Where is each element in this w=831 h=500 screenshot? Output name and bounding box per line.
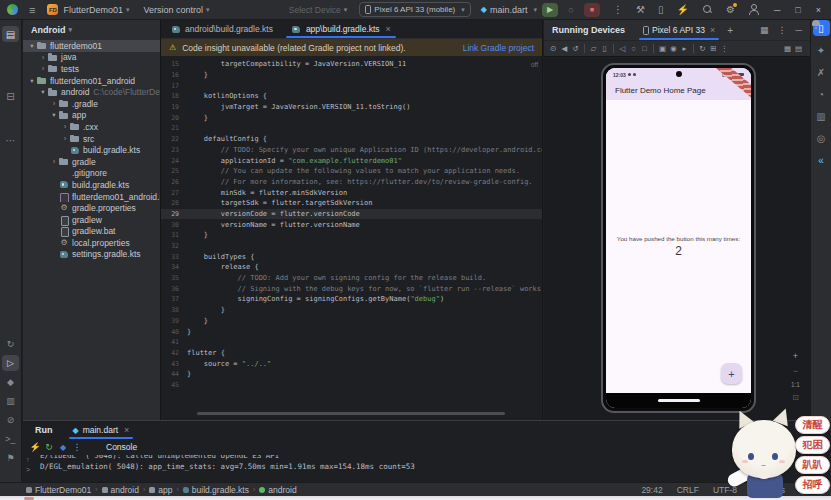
close-icon[interactable]: × xyxy=(816,5,821,15)
code-line[interactable]: 15 targetCompatibility = JavaVersion.VER… xyxy=(161,59,542,70)
chevron-right-icon[interactable]: › xyxy=(61,123,69,130)
code-line[interactable]: 21 xyxy=(161,123,542,134)
pet-action-button[interactable]: 清醒 xyxy=(795,416,830,434)
desktop-pet-mascot[interactable] xyxy=(731,408,805,500)
code-line[interactable]: 19 jvmTarget = JavaVersion.VERSION_11.to… xyxy=(161,102,542,113)
more-options-icon[interactable]: ⋮ xyxy=(778,25,787,35)
code-line[interactable]: 39 } xyxy=(161,316,542,327)
status-widget[interactable]: 29:42 xyxy=(641,485,662,495)
screenshot-icon[interactable]: ▣ xyxy=(657,44,668,53)
overview-icon[interactable]: □ xyxy=(639,44,650,53)
editor-tab[interactable]: android\build.gradle.kts xyxy=(161,20,282,38)
snapshot-icon[interactable]: ⊞ xyxy=(708,44,719,53)
profiler-bolt-icon[interactable]: ⚡ xyxy=(676,4,688,15)
code-line[interactable]: 26 // For more information, see: https:/… xyxy=(161,177,542,188)
chevron-down-icon[interactable]: ▾ xyxy=(39,88,47,96)
device-manager-icon[interactable]: ▯ xyxy=(658,4,664,15)
commit-icon[interactable]: ⊟ xyxy=(2,88,19,104)
problems-icon[interactable]: ⊘ xyxy=(2,412,19,428)
project-view-selector[interactable]: Android ▾ xyxy=(23,20,160,40)
rotate-left-icon[interactable]: ↺ xyxy=(570,44,581,53)
run-tool-icon[interactable]: ▷ xyxy=(2,355,19,371)
close-icon[interactable]: × xyxy=(124,425,129,435)
project-icon[interactable]: ▤ xyxy=(2,26,19,42)
zoom-ratio-label[interactable]: 1:1 xyxy=(791,381,800,388)
chevron-down-icon[interactable]: ▾ xyxy=(28,42,36,50)
debug-button[interactable]: ○ xyxy=(563,3,579,17)
fab-increment-button[interactable]: + xyxy=(721,363,742,384)
devtools-icon[interactable]: ◆ xyxy=(56,443,70,452)
home-indicator[interactable] xyxy=(658,399,700,402)
breadcrumb-item[interactable]: build.gradle.kts xyxy=(183,485,249,495)
run-more-icon[interactable]: ⋮ xyxy=(70,442,84,452)
horizontal-scrollbar[interactable] xyxy=(197,412,505,415)
tree-item[interactable]: ⚙gradle.properties xyxy=(23,202,160,214)
build-icon[interactable]: ⚒ xyxy=(636,4,645,15)
inspection-widget[interactable]: off xyxy=(531,61,538,68)
terminal-icon[interactable]: >_ xyxy=(2,431,19,447)
code-line[interactable]: 20 } xyxy=(161,112,542,123)
home-icon[interactable]: ○ xyxy=(628,44,639,53)
breadcrumb-item[interactable]: FlutterDemo01 xyxy=(26,485,91,495)
code-line[interactable]: 32 xyxy=(161,241,542,252)
console-output[interactable]: E/libEGL ( 5048): called unimplemented O… xyxy=(23,455,831,482)
device-file-explorer-icon[interactable]: ▤ xyxy=(793,44,804,53)
camera-icon[interactable]: ◉ xyxy=(668,44,679,53)
chevron-right-icon[interactable]: › xyxy=(50,100,58,107)
code-line[interactable]: 36 // Signing with the debug keys for no… xyxy=(161,283,542,294)
code-line[interactable]: 23 // TODO: Specify your own unique Appl… xyxy=(161,145,542,156)
mirror-icon[interactable]: ▦ xyxy=(782,44,793,53)
minimize-icon[interactable]: ─ xyxy=(774,5,780,15)
add-device-tab-button[interactable]: + xyxy=(727,25,733,36)
code-line[interactable]: 29 versionCode = flutter.versionCode xyxy=(161,209,542,220)
tree-item[interactable]: gradlew.bat xyxy=(23,226,160,238)
tree-item[interactable]: ▾androidC:\code\FlutterDemo01\andr xyxy=(23,86,160,98)
code-line[interactable]: 18 kotlinOptions { xyxy=(161,91,542,102)
code-line[interactable]: 24 applicationId = "com.example.flutterd… xyxy=(161,155,542,166)
gemini-icon[interactable]: ✦ xyxy=(813,42,830,58)
breadcrumb-item[interactable]: android xyxy=(102,485,139,495)
vcs-widget[interactable]: Version control xyxy=(143,5,203,15)
tree-item[interactable]: ⚙local.properties xyxy=(23,237,160,249)
device-more-icon[interactable]: ⋮ xyxy=(719,44,730,53)
chevron-right-icon[interactable]: › xyxy=(50,158,58,165)
tree-item[interactable]: ›tests xyxy=(23,63,160,75)
code-line[interactable]: 38 } xyxy=(161,305,542,316)
power-icon[interactable]: ⊙ xyxy=(548,44,559,53)
reset-icon[interactable]: ↻ xyxy=(697,44,708,53)
code-line[interactable]: 40} xyxy=(161,326,542,337)
account-icon[interactable] xyxy=(748,4,759,15)
profiler-icon[interactable]: ◎ xyxy=(813,130,830,146)
close-icon[interactable]: × xyxy=(386,24,391,34)
stop-button[interactable]: ■ xyxy=(584,3,600,17)
tree-item[interactable]: ›java xyxy=(23,52,160,64)
editor-tab[interactable]: app\build.gradle.kts× xyxy=(282,20,400,38)
main-menu-icon[interactable]: ≡ xyxy=(29,4,35,16)
code-line[interactable]: 43 source = "../.." xyxy=(161,358,542,369)
app-insights-icon[interactable]: ◆ xyxy=(2,374,19,390)
tree-item[interactable]: ▾flutterdemo01 xyxy=(23,40,160,52)
back-icon[interactable]: ◁ xyxy=(617,44,628,53)
code-line[interactable]: 17 xyxy=(161,80,542,91)
pet-action-button[interactable]: 趴趴 xyxy=(795,456,830,474)
tree-item[interactable]: build.gradle.kts xyxy=(23,144,160,156)
link-gradle-project-link[interactable]: Link Gradle project xyxy=(463,43,534,53)
chevron-down-icon[interactable]: ▾ xyxy=(28,77,36,85)
code-line[interactable]: 22 defaultConfig { xyxy=(161,134,542,145)
fold-icon[interactable]: ▱ xyxy=(588,44,599,53)
project-name-selector[interactable]: FlutterDemo01 xyxy=(63,5,123,15)
code-editor[interactable]: android\build.gradle.ktsapp\build.gradle… xyxy=(160,20,543,420)
tree-item[interactable]: ›src xyxy=(23,133,160,145)
device-selector[interactable]: Pixel 6 API 33 (mobile) ▾ xyxy=(359,2,470,17)
hide-panel-icon[interactable]: ─ xyxy=(796,25,802,35)
tree-item[interactable]: ›gradle xyxy=(23,156,160,168)
more-actions-icon[interactable]: ⋮ xyxy=(613,4,623,15)
pet-action-button[interactable]: 犯困 xyxy=(795,436,830,454)
chevron-right-icon[interactable]: › xyxy=(39,65,47,72)
zoom-in-button[interactable]: + xyxy=(793,351,798,361)
code-line[interactable]: 28 targetSdk = flutter.targetSdkVersion xyxy=(161,198,542,209)
status-widget[interactable]: CRLF xyxy=(677,485,699,495)
tree-item[interactable]: ›.gradle xyxy=(23,98,160,110)
settings-gear-icon[interactable]: ⚙ xyxy=(726,4,735,15)
breadcrumb-item[interactable]: android xyxy=(259,485,296,495)
